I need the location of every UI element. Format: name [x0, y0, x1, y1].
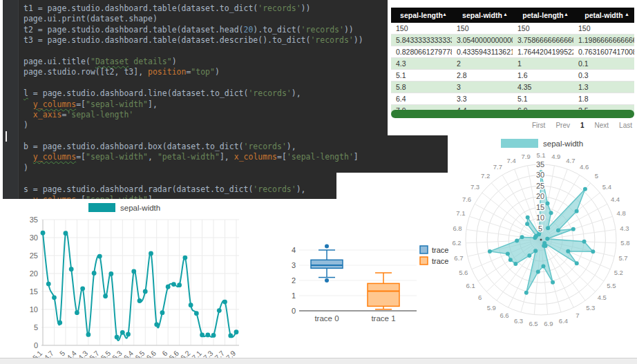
- table-row: 6.43.35.11.8: [391, 93, 634, 105]
- data-point: [143, 289, 148, 294]
- code-token: ): [23, 120, 28, 130]
- radar-category-label: 4.5: [598, 294, 607, 301]
- code-token: )): [354, 35, 363, 45]
- code-line: y_columns=["sepal-width"],: [23, 99, 448, 110]
- box-legend-swatch[interactable]: [420, 257, 428, 265]
- radar-category-label: 6.6: [500, 312, 508, 319]
- data-point: [524, 291, 529, 295]
- data-point: [103, 294, 108, 298]
- box-chart: 01234trace 0trace 0trace 1trace 1: [268, 224, 456, 356]
- data-point: [526, 215, 530, 220]
- data-point: [108, 271, 113, 276]
- pagination-first[interactable]: First: [532, 122, 545, 129]
- radar-category-label: 7: [576, 312, 579, 319]
- data-point: [575, 209, 579, 213]
- line-series: [43, 231, 236, 341]
- radar-category-label: 5.9: [487, 304, 496, 312]
- sort-asc-icon[interactable]: ▲: [442, 12, 447, 17]
- code-token: "petal-width": [158, 152, 220, 162]
- outlier-point: [325, 278, 329, 282]
- table-header: sepal-length▲sepal-width▲petal-length▲pe…: [391, 8, 634, 23]
- data-point: [582, 240, 587, 244]
- table-body: 1501501501505.8433333333333343.054000000…: [391, 23, 634, 117]
- data-point: [545, 237, 549, 241]
- data-point: [86, 332, 91, 337]
- x-tick-label: 4.7: [42, 349, 55, 358]
- table-cell: 6.4: [391, 93, 452, 105]
- table-cell: 4.35: [513, 82, 573, 93]
- data-point: [556, 229, 560, 233]
- y-tick-label: 0: [292, 307, 296, 315]
- code-token: ): [172, 57, 177, 66]
- table-row: 0.8280661279778630.43359431136217371.764…: [391, 46, 634, 58]
- data-point: [200, 333, 205, 338]
- sort-asc-icon[interactable]: ▲: [564, 12, 569, 17]
- code-line: ): [23, 120, 448, 131]
- code-token: 'records': [253, 184, 296, 194]
- code-token: )): [301, 3, 311, 13]
- data-point: [126, 332, 131, 336]
- table-row: 5.834.351.3: [391, 82, 634, 93]
- window-bottom-bar: [0, 358, 637, 364]
- radar-category-label: 5.1: [536, 151, 545, 159]
- code-token: [23, 110, 33, 119]
- sort-asc-icon[interactable]: ▲: [503, 12, 508, 17]
- sort-asc-icon[interactable]: ▲: [625, 12, 629, 17]
- y-tick-label: 5: [34, 323, 38, 332]
- y-tick-label: 3: [292, 261, 296, 269]
- column-header-petal-width[interactable]: petal-width▲: [573, 8, 634, 23]
- code-token: ),: [296, 184, 306, 194]
- radar-category-label: 5.8: [620, 239, 629, 247]
- radar-category-label: 7.2: [481, 172, 490, 180]
- radial-tick-label: 30: [536, 171, 544, 179]
- data-point: [508, 258, 513, 262]
- pagination-1[interactable]: 1: [580, 122, 584, 129]
- data-point: [211, 333, 216, 338]
- pagination-next[interactable]: Next: [595, 122, 609, 129]
- pagination-last[interactable]: Last: [619, 122, 632, 129]
- column-header-sepal-length[interactable]: sepal-length▲: [391, 8, 452, 23]
- code-area[interactable]: t1 = page.studio.dashboard.table(dataset…: [23, 3, 448, 199]
- data-point: [160, 310, 165, 315]
- table-cell: 1.3: [573, 82, 634, 93]
- table-cell: 5.843333333333334: [391, 35, 452, 46]
- data-point: [57, 320, 62, 325]
- pagination-prev[interactable]: Prev: [555, 122, 570, 129]
- table-cell: 5.8: [391, 82, 452, 93]
- table-cell: 0.3: [573, 70, 634, 82]
- box-legend-swatch[interactable]: [420, 246, 428, 253]
- data-point: [154, 322, 159, 327]
- code-line: [23, 46, 448, 57]
- table-row: 5.8433333333333343.05400000000000033.758…: [391, 35, 634, 46]
- data-point: [551, 280, 555, 285]
- data-point: [228, 334, 233, 338]
- data-point: [542, 244, 546, 248]
- table-cell: 3: [452, 82, 513, 93]
- data-point: [189, 303, 193, 307]
- code-line: t1 = page.studio.dashboard.table(dataset…: [23, 3, 448, 14]
- column-header-petal-length[interactable]: petal-length▲: [513, 8, 573, 23]
- code-editor[interactable]: t1 = page.studio.dashboard.table(dataset…: [3, 0, 448, 199]
- data-point: [205, 333, 210, 338]
- radar-category-label: 7.4: [506, 157, 515, 164]
- data-point: [533, 249, 538, 253]
- table-cell: 5.1: [391, 70, 452, 82]
- table-cell: 2: [452, 58, 513, 70]
- table-cell: 5.1: [513, 93, 573, 105]
- data-point: [591, 249, 595, 253]
- code-token: ],: [148, 99, 158, 109]
- code-token: page.ui.print(dataset.shape): [23, 14, 158, 23]
- table-pagination: FirstPrev1NextLast: [522, 122, 632, 129]
- x-tick-label: 7.9: [225, 349, 238, 358]
- dashboard-studio-window: { "editor": { "lines": [ [["p","t1 = pag…: [0, 0, 637, 364]
- column-header-sepal-width[interactable]: sepal-width▲: [452, 8, 513, 23]
- y-tick-label: 25: [30, 251, 38, 260]
- radial-tick-label: 25: [536, 182, 544, 190]
- table-scrollbar[interactable]: [391, 110, 634, 118]
- radar-category-label: 7.1: [456, 209, 465, 217]
- table-cell: 150: [513, 23, 573, 35]
- radial-tick-label: 10: [536, 213, 544, 222]
- data-point: [217, 308, 222, 313]
- table-cell: 0.1: [573, 58, 634, 70]
- radar-category-label: 5.6: [459, 269, 468, 276]
